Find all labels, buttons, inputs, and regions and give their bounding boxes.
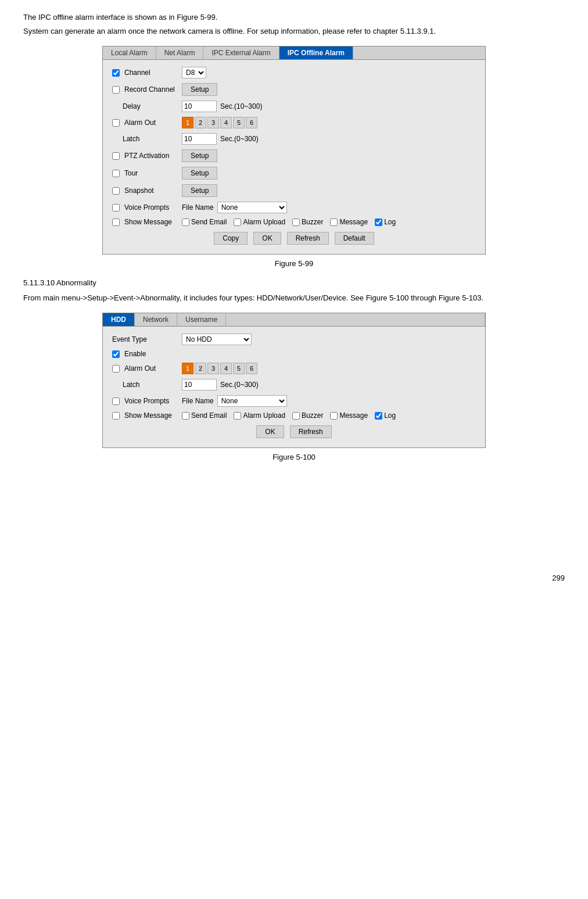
channel-checkbox[interactable] <box>112 69 120 77</box>
ptz-control: Setup <box>182 149 217 162</box>
alarm-out-checkbox-100[interactable] <box>112 365 120 373</box>
tab-extra[interactable] <box>226 313 485 326</box>
alarm-num-5-100[interactable]: 5 <box>233 363 245 374</box>
alarm-num-3[interactable]: 3 <box>207 117 219 128</box>
alarm-num-4-100[interactable]: 4 <box>220 363 232 374</box>
tab-local-alarm[interactable]: Local Alarm <box>103 46 156 59</box>
btn-row-99: Copy OK Refresh Default <box>112 232 476 245</box>
log-checkbox-100[interactable] <box>375 412 382 420</box>
alarm-num-1-100[interactable]: 1 <box>182 363 193 374</box>
enable-checkbox[interactable] <box>112 350 120 358</box>
bottom-spacer: 299 <box>23 466 565 582</box>
voice-label-100: Voice Prompts <box>112 397 182 405</box>
tab-ipc-offline[interactable]: IPC Offline Alarm <box>279 46 353 59</box>
alarm-upload-item-100: Alarm Upload <box>234 411 285 420</box>
send-email-checkbox[interactable] <box>182 219 189 226</box>
ptz-setup-btn[interactable]: Setup <box>182 149 217 162</box>
latch-control-100: Sec.(0~300) <box>182 379 259 391</box>
alarm-out-label-100: Alarm Out <box>112 364 182 373</box>
buzzer-checkbox[interactable] <box>292 219 300 226</box>
page-number: 299 <box>552 574 565 582</box>
alarm-upload-checkbox-100[interactable] <box>234 412 241 420</box>
figure-100-container: HDD Network Username Event Type No HDD <box>23 313 565 461</box>
latch-input-100[interactable] <box>182 379 217 391</box>
figure-100-caption: Figure 5-100 <box>273 453 315 461</box>
buzzer-checkbox-100[interactable] <box>292 412 300 420</box>
snapshot-control: Setup <box>182 184 217 197</box>
ptz-checkbox[interactable] <box>112 152 120 160</box>
copy-btn-99[interactable]: Copy <box>214 232 248 245</box>
channel-select[interactable]: D8 <box>182 67 206 78</box>
tab-ipc-external[interactable]: IPC External Alarm <box>203 46 279 59</box>
alarm-out-checkbox[interactable] <box>112 119 120 127</box>
voice-file-select[interactable]: None <box>217 202 287 213</box>
channel-control: D8 <box>182 67 206 78</box>
record-channel-checkbox[interactable] <box>112 86 120 94</box>
send-email-checkbox-100[interactable] <box>182 412 189 420</box>
alarm-num-2[interactable]: 2 <box>195 117 206 128</box>
record-channel-control: Setup <box>182 83 217 96</box>
record-channel-label: Record Channel <box>112 85 182 94</box>
tour-setup-btn[interactable]: Setup <box>182 167 217 180</box>
tab-bar-100: HDD Network Username <box>103 313 485 327</box>
channel-row: Channel D8 <box>112 67 476 78</box>
alarm-num-5[interactable]: 5 <box>233 117 245 128</box>
alarm-num-4[interactable]: 4 <box>220 117 232 128</box>
tab-hdd[interactable]: HDD <box>103 313 135 326</box>
tab-network[interactable]: Network <box>135 313 177 326</box>
ok-btn-100[interactable]: OK <box>256 425 284 438</box>
refresh-btn-100[interactable]: Refresh <box>290 425 332 438</box>
para1: The IPC offline alarm interface is shown… <box>23 12 565 23</box>
alarm-num-2-100[interactable]: 2 <box>195 363 206 374</box>
alarm-num-1[interactable]: 1 <box>182 117 193 128</box>
snapshot-checkbox[interactable] <box>112 187 120 195</box>
alarm-out-nums-100: 1 2 3 4 5 6 <box>182 363 257 374</box>
send-email-item-100: Send Email <box>182 411 227 420</box>
tab-bar-99: Local Alarm Net Alarm IPC External Alarm… <box>103 46 485 60</box>
show-message-row-100: Show Message Send Email Alarm Upload Buz… <box>112 411 476 420</box>
snapshot-setup-btn[interactable]: Setup <box>182 184 217 197</box>
voice-file-select-100[interactable]: None <box>217 395 287 407</box>
panel-body-100: Event Type No HDD Enable Ala <box>103 327 485 447</box>
voice-checkbox-100[interactable] <box>112 397 120 405</box>
figure-99-panel: Local Alarm Net Alarm IPC External Alarm… <box>102 46 486 255</box>
message-item-100: Message <box>330 411 368 420</box>
alarm-out-label: Alarm Out <box>112 119 182 127</box>
figure-99-caption: Figure 5-99 <box>275 259 313 268</box>
event-type-select[interactable]: No HDD <box>182 334 252 345</box>
voice-control: File Name None <box>182 202 287 213</box>
latch-input[interactable] <box>182 133 217 145</box>
message-checkbox-100[interactable] <box>330 412 338 420</box>
alarm-num-6[interactable]: 6 <box>246 117 257 128</box>
para2: System can generate an alarm once the ne… <box>23 26 565 37</box>
record-channel-setup-btn[interactable]: Setup <box>182 83 217 96</box>
alarm-upload-item: Alarm Upload <box>234 218 285 226</box>
default-btn-99[interactable]: Default <box>335 232 374 245</box>
section-heading: 5.11.3.10 Abnormality <box>23 277 565 289</box>
event-type-control: No HDD <box>182 334 252 345</box>
btn-row-100: OK Refresh <box>112 425 476 438</box>
log-checkbox[interactable] <box>375 219 382 226</box>
latch-row: Latch Sec.(0~300) <box>112 133 476 145</box>
tab-net-alarm[interactable]: Net Alarm <box>156 46 204 59</box>
show-message-checkbox[interactable] <box>112 219 120 226</box>
delay-input[interactable] <box>182 101 217 112</box>
show-message-checkbox-100[interactable] <box>112 412 120 420</box>
voice-control-100: File Name None <box>182 395 287 407</box>
alarm-out-nums: 1 2 3 4 5 6 <box>182 117 257 128</box>
voice-checkbox[interactable] <box>112 204 120 212</box>
show-message-row: Show Message Send Email Alarm Upload Buz… <box>112 218 476 226</box>
tour-label: Tour <box>112 169 182 177</box>
log-item-100: Log <box>375 411 396 420</box>
para3: From main menu->Setup->Event->Abnormalit… <box>23 292 565 304</box>
alarm-num-6-100[interactable]: 6 <box>246 363 257 374</box>
tab-username[interactable]: Username <box>177 313 226 326</box>
snapshot-label: Snapshot <box>112 187 182 195</box>
record-channel-row: Record Channel Setup <box>112 83 476 96</box>
tour-checkbox[interactable] <box>112 170 120 177</box>
alarm-num-3-100[interactable]: 3 <box>207 363 219 374</box>
message-checkbox[interactable] <box>330 219 338 226</box>
refresh-btn-99[interactable]: Refresh <box>287 232 329 245</box>
ok-btn-99[interactable]: OK <box>253 232 281 245</box>
alarm-upload-checkbox[interactable] <box>234 219 241 226</box>
